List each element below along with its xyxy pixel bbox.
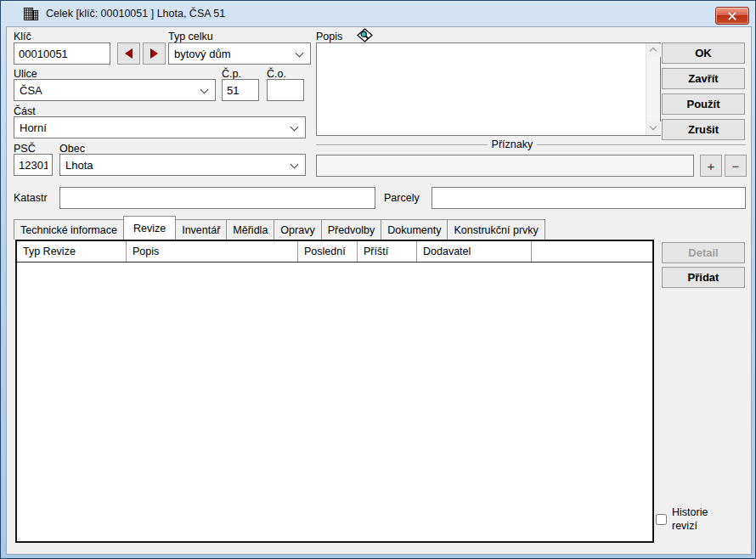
chevron-down-icon bbox=[291, 161, 299, 169]
klic-input[interactable] bbox=[14, 42, 110, 65]
obec-value: Lhota bbox=[65, 159, 93, 172]
close-icon bbox=[728, 12, 736, 20]
katastr-label: Katastr bbox=[14, 192, 48, 204]
popis-label: Popis bbox=[316, 31, 342, 42]
cast-label: Část bbox=[14, 105, 36, 117]
ulice-value: ČSA bbox=[20, 84, 42, 97]
katastr-input[interactable] bbox=[59, 187, 375, 209]
priznaky-separator: Příznaky bbox=[316, 138, 746, 150]
priznaky-input[interactable] bbox=[316, 155, 694, 177]
obec-label: Obec bbox=[59, 143, 85, 155]
tab-predvolby[interactable]: Předvolby bbox=[321, 219, 382, 240]
cp-input[interactable] bbox=[222, 79, 259, 101]
tabbar: Technické informace Revize Inventář Měři… bbox=[14, 216, 544, 240]
cast-value: Horní bbox=[20, 121, 47, 134]
revize-table-header: Typ Revize Popis Poslední Příští Dodavat… bbox=[17, 241, 652, 263]
prev-record-button[interactable] bbox=[117, 42, 140, 65]
psc-input[interactable] bbox=[14, 154, 53, 176]
column-header-typ-revize[interactable]: Typ Revize bbox=[17, 241, 127, 262]
dialog-window: Celek [klíč: 00010051 ] Lhota, ČSA 51 Kl… bbox=[0, 0, 756, 559]
column-header-empty bbox=[532, 241, 652, 262]
column-header-posledni[interactable]: Poslední bbox=[298, 241, 358, 262]
historie-revizi-group: Historie revizí bbox=[656, 505, 734, 533]
popis-textarea[interactable] bbox=[316, 42, 661, 136]
tab-opravy[interactable]: Opravy bbox=[274, 219, 321, 240]
ulice-label: Ulice bbox=[14, 68, 37, 80]
historie-revizi-label: Historie revizí bbox=[672, 505, 734, 533]
revize-table[interactable]: Typ Revize Popis Poslední Příští Dodavat… bbox=[15, 240, 654, 543]
ok-button[interactable]: OK bbox=[662, 42, 745, 64]
dialog-content: Klíč Typ celku bytový dům Popis bbox=[6, 26, 752, 555]
obec-select[interactable]: Lhota bbox=[59, 154, 306, 176]
column-header-popis[interactable]: Popis bbox=[127, 241, 298, 262]
window-title: Celek [klíč: 00010051 ] Lhota, ČSA 51 bbox=[46, 8, 225, 20]
detail-button[interactable]: Detail bbox=[662, 242, 745, 263]
zavrit-button[interactable]: Zavřít bbox=[662, 68, 745, 89]
titlebar[interactable]: Celek [klíč: 00010051 ] Lhota, ČSA 51 bbox=[1, 1, 755, 26]
tab-technicke-informace[interactable]: Technické informace bbox=[14, 219, 124, 240]
column-header-pristi[interactable]: Příští bbox=[358, 241, 417, 262]
chevron-down-icon bbox=[291, 123, 299, 132]
typ-celku-select[interactable]: bytový dům bbox=[168, 42, 311, 65]
popis-scrollbar[interactable] bbox=[646, 43, 660, 135]
parcely-input[interactable] bbox=[432, 187, 746, 209]
klic-label: Klíč bbox=[14, 31, 31, 42]
tab-meridla[interactable]: Měřidla bbox=[226, 219, 274, 240]
priznaky-add-button[interactable]: + bbox=[700, 155, 722, 177]
pouzit-button[interactable]: Použít bbox=[662, 93, 745, 115]
priznaky-remove-button[interactable]: − bbox=[725, 155, 747, 177]
arrow-right-icon bbox=[150, 48, 158, 59]
column-header-dodavatel[interactable]: Dodavatel bbox=[417, 241, 532, 262]
ulice-select[interactable]: ČSA bbox=[14, 79, 216, 101]
typ-celku-label: Typ celku bbox=[168, 31, 213, 42]
popis-text bbox=[317, 43, 646, 135]
tab-dokumenty[interactable]: Dokumenty bbox=[381, 219, 448, 240]
parcely-label: Parcely bbox=[384, 192, 420, 204]
next-record-button[interactable] bbox=[143, 42, 166, 65]
chevron-down-icon bbox=[296, 49, 304, 58]
close-button[interactable] bbox=[715, 7, 749, 25]
typ-celku-value: bytový dům bbox=[174, 48, 230, 60]
scroll-up-icon[interactable] bbox=[646, 43, 661, 57]
tab-revize[interactable]: Revize bbox=[123, 216, 176, 240]
pridat-button[interactable]: Přidat bbox=[662, 267, 745, 288]
historie-revizi-checkbox[interactable] bbox=[656, 514, 667, 525]
psc-label: PSČ bbox=[14, 143, 36, 155]
cp-label: Č.p. bbox=[222, 68, 241, 80]
scroll-down-icon[interactable] bbox=[646, 121, 661, 135]
co-input[interactable] bbox=[267, 79, 304, 101]
cast-select[interactable]: Horní bbox=[14, 116, 306, 138]
tab-inventar[interactable]: Inventář bbox=[175, 219, 227, 240]
building-icon bbox=[24, 8, 38, 20]
priznaky-label: Příznaky bbox=[488, 138, 538, 150]
zrusit-button[interactable]: Zrušit bbox=[662, 119, 745, 140]
arrow-left-icon bbox=[125, 48, 133, 59]
chevron-down-icon bbox=[200, 86, 209, 94]
tab-konstrukcni-prvky[interactable]: Konstrukční prvky bbox=[447, 219, 544, 240]
co-label: Č.o. bbox=[267, 68, 286, 80]
